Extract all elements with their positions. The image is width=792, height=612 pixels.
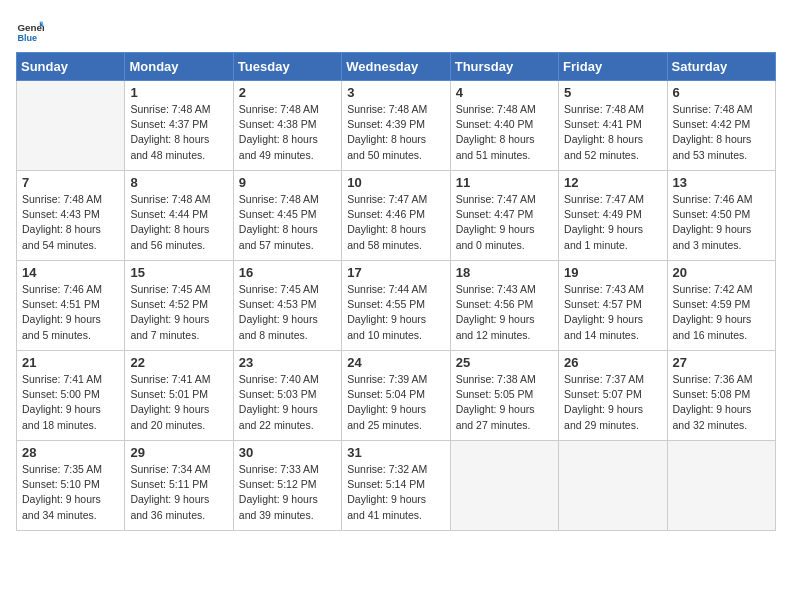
calendar-cell: 5Sunrise: 7:48 AMSunset: 4:41 PMDaylight…	[559, 81, 667, 171]
week-row-1: 7Sunrise: 7:48 AMSunset: 4:43 PMDaylight…	[17, 171, 776, 261]
day-info: Sunrise: 7:42 AMSunset: 4:59 PMDaylight:…	[673, 282, 770, 343]
logo: General Blue	[16, 16, 44, 44]
day-info: Sunrise: 7:47 AMSunset: 4:49 PMDaylight:…	[564, 192, 661, 253]
day-info: Sunrise: 7:34 AMSunset: 5:11 PMDaylight:…	[130, 462, 227, 523]
week-row-0: 1Sunrise: 7:48 AMSunset: 4:37 PMDaylight…	[17, 81, 776, 171]
day-info: Sunrise: 7:48 AMSunset: 4:39 PMDaylight:…	[347, 102, 444, 163]
header: General Blue	[16, 16, 776, 44]
calendar-cell: 9Sunrise: 7:48 AMSunset: 4:45 PMDaylight…	[233, 171, 341, 261]
day-number: 12	[564, 175, 661, 190]
day-info: Sunrise: 7:48 AMSunset: 4:42 PMDaylight:…	[673, 102, 770, 163]
calendar-cell: 11Sunrise: 7:47 AMSunset: 4:47 PMDayligh…	[450, 171, 558, 261]
day-number: 16	[239, 265, 336, 280]
weekday-header-thursday: Thursday	[450, 53, 558, 81]
calendar-cell: 25Sunrise: 7:38 AMSunset: 5:05 PMDayligh…	[450, 351, 558, 441]
day-info: Sunrise: 7:41 AMSunset: 5:00 PMDaylight:…	[22, 372, 119, 433]
logo-icon: General Blue	[16, 16, 44, 44]
day-number: 7	[22, 175, 119, 190]
day-number: 9	[239, 175, 336, 190]
calendar-cell: 30Sunrise: 7:33 AMSunset: 5:12 PMDayligh…	[233, 441, 341, 531]
weekday-header-wednesday: Wednesday	[342, 53, 450, 81]
day-number: 1	[130, 85, 227, 100]
calendar-cell: 1Sunrise: 7:48 AMSunset: 4:37 PMDaylight…	[125, 81, 233, 171]
day-number: 13	[673, 175, 770, 190]
day-info: Sunrise: 7:41 AMSunset: 5:01 PMDaylight:…	[130, 372, 227, 433]
calendar-cell: 14Sunrise: 7:46 AMSunset: 4:51 PMDayligh…	[17, 261, 125, 351]
calendar-cell: 16Sunrise: 7:45 AMSunset: 4:53 PMDayligh…	[233, 261, 341, 351]
day-info: Sunrise: 7:48 AMSunset: 4:41 PMDaylight:…	[564, 102, 661, 163]
calendar-cell: 22Sunrise: 7:41 AMSunset: 5:01 PMDayligh…	[125, 351, 233, 441]
svg-text:Blue: Blue	[17, 33, 37, 43]
calendar-cell: 26Sunrise: 7:37 AMSunset: 5:07 PMDayligh…	[559, 351, 667, 441]
day-info: Sunrise: 7:38 AMSunset: 5:05 PMDaylight:…	[456, 372, 553, 433]
day-info: Sunrise: 7:43 AMSunset: 4:56 PMDaylight:…	[456, 282, 553, 343]
weekday-header-saturday: Saturday	[667, 53, 775, 81]
day-info: Sunrise: 7:47 AMSunset: 4:46 PMDaylight:…	[347, 192, 444, 253]
day-info: Sunrise: 7:48 AMSunset: 4:45 PMDaylight:…	[239, 192, 336, 253]
day-info: Sunrise: 7:35 AMSunset: 5:10 PMDaylight:…	[22, 462, 119, 523]
day-info: Sunrise: 7:47 AMSunset: 4:47 PMDaylight:…	[456, 192, 553, 253]
calendar-cell: 28Sunrise: 7:35 AMSunset: 5:10 PMDayligh…	[17, 441, 125, 531]
calendar-cell: 13Sunrise: 7:46 AMSunset: 4:50 PMDayligh…	[667, 171, 775, 261]
week-row-3: 21Sunrise: 7:41 AMSunset: 5:00 PMDayligh…	[17, 351, 776, 441]
day-number: 29	[130, 445, 227, 460]
day-number: 26	[564, 355, 661, 370]
day-number: 6	[673, 85, 770, 100]
day-number: 28	[22, 445, 119, 460]
day-info: Sunrise: 7:43 AMSunset: 4:57 PMDaylight:…	[564, 282, 661, 343]
day-number: 10	[347, 175, 444, 190]
calendar-cell: 2Sunrise: 7:48 AMSunset: 4:38 PMDaylight…	[233, 81, 341, 171]
day-number: 30	[239, 445, 336, 460]
week-row-2: 14Sunrise: 7:46 AMSunset: 4:51 PMDayligh…	[17, 261, 776, 351]
day-info: Sunrise: 7:48 AMSunset: 4:38 PMDaylight:…	[239, 102, 336, 163]
calendar-cell	[450, 441, 558, 531]
calendar-cell: 3Sunrise: 7:48 AMSunset: 4:39 PMDaylight…	[342, 81, 450, 171]
day-info: Sunrise: 7:32 AMSunset: 5:14 PMDaylight:…	[347, 462, 444, 523]
calendar-cell: 10Sunrise: 7:47 AMSunset: 4:46 PMDayligh…	[342, 171, 450, 261]
week-row-4: 28Sunrise: 7:35 AMSunset: 5:10 PMDayligh…	[17, 441, 776, 531]
calendar-cell: 18Sunrise: 7:43 AMSunset: 4:56 PMDayligh…	[450, 261, 558, 351]
day-info: Sunrise: 7:39 AMSunset: 5:04 PMDaylight:…	[347, 372, 444, 433]
day-info: Sunrise: 7:48 AMSunset: 4:40 PMDaylight:…	[456, 102, 553, 163]
day-info: Sunrise: 7:46 AMSunset: 4:51 PMDaylight:…	[22, 282, 119, 343]
calendar-cell	[17, 81, 125, 171]
day-number: 21	[22, 355, 119, 370]
day-info: Sunrise: 7:37 AMSunset: 5:07 PMDaylight:…	[564, 372, 661, 433]
day-number: 8	[130, 175, 227, 190]
day-number: 15	[130, 265, 227, 280]
calendar-cell	[667, 441, 775, 531]
calendar-cell: 8Sunrise: 7:48 AMSunset: 4:44 PMDaylight…	[125, 171, 233, 261]
day-number: 24	[347, 355, 444, 370]
day-info: Sunrise: 7:46 AMSunset: 4:50 PMDaylight:…	[673, 192, 770, 253]
calendar-cell: 31Sunrise: 7:32 AMSunset: 5:14 PMDayligh…	[342, 441, 450, 531]
day-info: Sunrise: 7:48 AMSunset: 4:37 PMDaylight:…	[130, 102, 227, 163]
day-number: 25	[456, 355, 553, 370]
calendar-cell	[559, 441, 667, 531]
day-number: 19	[564, 265, 661, 280]
weekday-header-monday: Monday	[125, 53, 233, 81]
day-number: 3	[347, 85, 444, 100]
day-number: 20	[673, 265, 770, 280]
day-number: 18	[456, 265, 553, 280]
day-number: 4	[456, 85, 553, 100]
calendar-cell: 20Sunrise: 7:42 AMSunset: 4:59 PMDayligh…	[667, 261, 775, 351]
calendar-cell: 4Sunrise: 7:48 AMSunset: 4:40 PMDaylight…	[450, 81, 558, 171]
day-info: Sunrise: 7:33 AMSunset: 5:12 PMDaylight:…	[239, 462, 336, 523]
day-number: 31	[347, 445, 444, 460]
calendar-cell: 6Sunrise: 7:48 AMSunset: 4:42 PMDaylight…	[667, 81, 775, 171]
weekday-header-tuesday: Tuesday	[233, 53, 341, 81]
day-number: 23	[239, 355, 336, 370]
day-info: Sunrise: 7:40 AMSunset: 5:03 PMDaylight:…	[239, 372, 336, 433]
day-number: 2	[239, 85, 336, 100]
calendar-cell: 21Sunrise: 7:41 AMSunset: 5:00 PMDayligh…	[17, 351, 125, 441]
calendar-cell: 7Sunrise: 7:48 AMSunset: 4:43 PMDaylight…	[17, 171, 125, 261]
day-number: 11	[456, 175, 553, 190]
calendar-cell: 23Sunrise: 7:40 AMSunset: 5:03 PMDayligh…	[233, 351, 341, 441]
day-info: Sunrise: 7:48 AMSunset: 4:43 PMDaylight:…	[22, 192, 119, 253]
day-info: Sunrise: 7:44 AMSunset: 4:55 PMDaylight:…	[347, 282, 444, 343]
day-number: 17	[347, 265, 444, 280]
day-number: 5	[564, 85, 661, 100]
calendar-cell: 15Sunrise: 7:45 AMSunset: 4:52 PMDayligh…	[125, 261, 233, 351]
day-info: Sunrise: 7:45 AMSunset: 4:53 PMDaylight:…	[239, 282, 336, 343]
calendar-table: SundayMondayTuesdayWednesdayThursdayFrid…	[16, 52, 776, 531]
